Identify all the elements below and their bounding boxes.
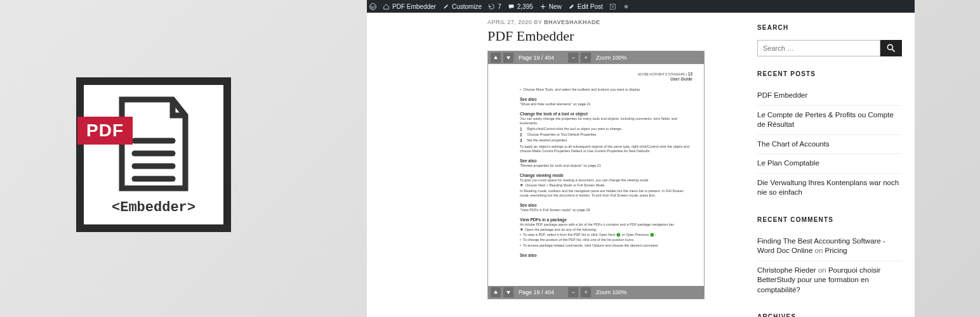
plus-icon	[540, 3, 546, 10]
customize-link[interactable]: Customize	[442, 3, 482, 10]
brush-icon	[442, 3, 449, 10]
recent-comments-list: Finding The Best Accounting Software - W…	[757, 232, 902, 300]
arrow-down-icon	[505, 55, 512, 61]
recent-post-link[interactable]: PDF Embedder	[757, 86, 902, 105]
pencil-icon	[568, 3, 575, 10]
search-heading: SEARCH	[757, 24, 902, 31]
home-icon	[383, 3, 390, 10]
post-date: APRIL 27, 2020	[487, 19, 532, 25]
svg-line-8	[892, 49, 895, 52]
pdf-header: ADOBE ACROBAT 8 STANDARD | 13 User Guide	[638, 72, 692, 82]
recent-post-link[interactable]: The Chart of Accounts	[757, 134, 902, 154]
recent-comment: Finding The Best Accounting Software - W…	[757, 232, 902, 261]
main-content: APRIL 27, 2020 BY BHAVESHAKHADE PDF Embe…	[367, 13, 751, 317]
wordpress-screenshot: PDF Embedder Customize 7 2,395 New Edit …	[367, 0, 915, 317]
search-form	[757, 40, 902, 56]
post-meta: APRIL 27, 2020 BY BHAVESHAKHADE	[487, 19, 743, 25]
site-name: PDF Embedder	[392, 3, 436, 10]
zoom-indicator-bottom: Zoom 100%	[596, 289, 627, 295]
recent-post-link[interactable]: Die Verwaltung Ihres Kontenplans war noc…	[757, 173, 902, 202]
yoast-icon	[609, 3, 616, 10]
pdf-embedder-viewer: Page 19 / 404 − + Zoom 100% ADOBE ACROBA…	[487, 51, 705, 299]
cache-indicator[interactable]	[623, 3, 630, 10]
zoom-indicator: Zoom 100%	[596, 55, 627, 61]
recent-post-link[interactable]: Le Plan Comptable	[757, 153, 902, 173]
recent-comments-heading: RECENT COMMENTS	[757, 216, 902, 223]
archives-heading: ARCHIVES	[757, 313, 902, 317]
search-icon	[886, 43, 896, 53]
pdf-toolbar-bottom: Page 19 / 404 − + Zoom 100%	[488, 286, 704, 299]
wp-admin-bar: PDF Embedder Customize 7 2,395 New Edit …	[367, 0, 915, 13]
svg-point-7	[887, 44, 892, 49]
zoom-in-button-bottom[interactable]: +	[581, 287, 591, 297]
comment-target-link[interactable]: Pricing	[825, 247, 847, 254]
arrow-up-icon	[493, 289, 499, 295]
wordpress-icon	[369, 3, 376, 10]
site-name-link[interactable]: PDF Embedder	[383, 3, 436, 10]
page-indicator: Page 19 / 404	[519, 55, 554, 61]
dot-icon	[623, 3, 630, 10]
recent-comment: Christophe Rieder on Pourquoi choisir Be…	[757, 261, 902, 300]
edit-post-link[interactable]: Edit Post	[568, 3, 603, 10]
pdf-toolbar-top: Page 19 / 404 − + Zoom 100%	[488, 51, 704, 64]
post-author: BHAVESHAKHADE	[544, 19, 600, 25]
arrow-down-icon	[505, 289, 512, 295]
post-title: PDF Embedder	[487, 28, 743, 44]
embedder-text: <Embedder>	[112, 200, 195, 216]
svg-point-6	[625, 4, 628, 8]
recent-posts-list: PDF Embedder Le Compte de Pertes & Profi…	[757, 86, 902, 202]
wp-logo[interactable]	[369, 3, 376, 10]
update-icon	[488, 3, 495, 10]
yoast-link[interactable]	[609, 3, 616, 10]
comment-icon	[508, 3, 515, 10]
prev-page-button-bottom[interactable]	[491, 287, 501, 297]
search-input[interactable]	[757, 40, 880, 56]
arrow-up-icon	[493, 55, 499, 61]
recent-post-link[interactable]: Le Compte de Pertes & Profits ou Compte …	[757, 105, 902, 134]
comments-link[interactable]: 2,395	[508, 3, 533, 10]
by-label: BY	[534, 19, 542, 25]
search-button[interactable]	[880, 40, 902, 56]
pdf-page-content[interactable]: ADOBE ACROBAT 8 STANDARD | 13 User Guide…	[488, 64, 704, 286]
zoom-in-button[interactable]: +	[581, 53, 591, 63]
prev-page-button[interactable]	[491, 53, 501, 63]
zoom-out-button-bottom[interactable]: −	[568, 287, 578, 297]
page-indicator-bottom: Page 19 / 404	[519, 289, 554, 295]
new-link[interactable]: New	[540, 3, 562, 10]
blog-sidebar: SEARCH RECENT POSTS PDF Embedder Le Comp…	[751, 13, 915, 317]
svg-rect-5	[610, 4, 615, 9]
updates-link[interactable]: 7	[488, 3, 501, 10]
zoom-out-button[interactable]: −	[568, 53, 578, 63]
plugin-logo: PDF <Embedder>	[76, 77, 231, 232]
recent-posts-heading: RECENT POSTS	[757, 70, 902, 77]
pdf-badge: PDF	[77, 117, 133, 145]
logo-inner: PDF <Embedder>	[84, 85, 223, 224]
next-page-button[interactable]	[503, 53, 513, 63]
comment-author-link[interactable]: Christophe Rieder	[757, 266, 816, 274]
next-page-button-bottom[interactable]	[503, 287, 513, 297]
